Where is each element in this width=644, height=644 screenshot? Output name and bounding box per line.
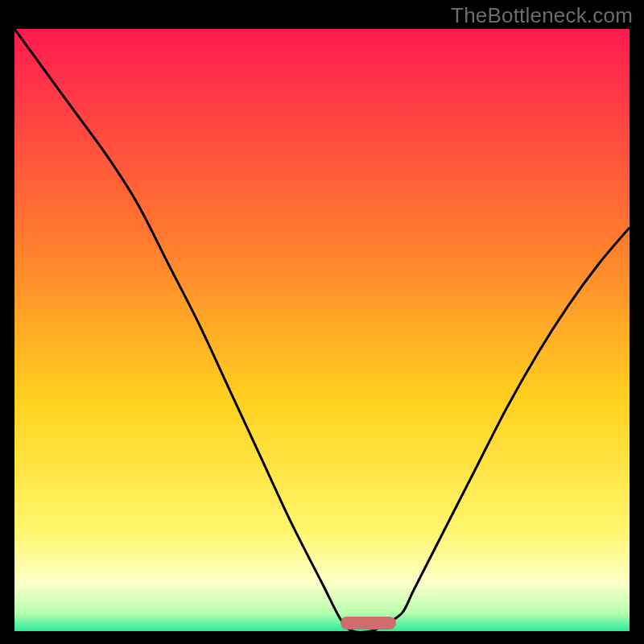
- chart-frame: [14, 29, 630, 631]
- optimal-range-marker: [341, 617, 396, 630]
- chart-background: [14, 29, 630, 631]
- watermark-text: TheBottleneck.com: [451, 3, 633, 28]
- bottleneck-chart: [14, 29, 630, 631]
